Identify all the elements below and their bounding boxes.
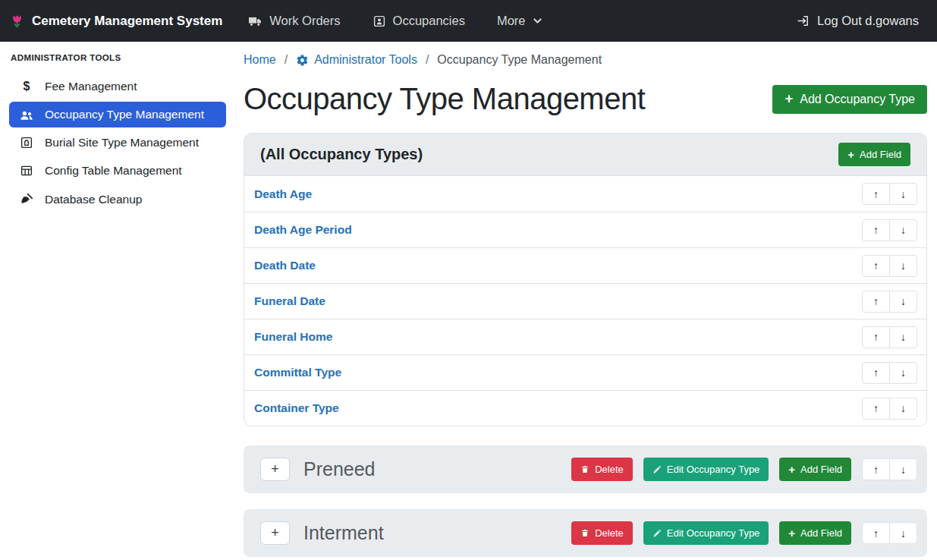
delete-label: Delete (595, 464, 624, 475)
arrow-up-icon: ↑ (873, 224, 879, 236)
move-up-button[interactable]: ↑ (862, 255, 890, 277)
breadcrumb-home-link[interactable]: Home (244, 53, 276, 67)
app-brand: Cemetery Management System (9, 12, 222, 30)
breadcrumb-separator: / (426, 53, 429, 67)
move-down-button[interactable]: ↓ (889, 362, 917, 384)
move-down-button[interactable]: ↓ (889, 326, 917, 348)
arrow-down-icon: ↓ (901, 464, 906, 476)
reorder-group: ↑ ↓ (862, 522, 917, 544)
add-field-button[interactable]: + Add Field (779, 458, 851, 481)
sidebar-item-config-table-management[interactable]: Config Table Management (9, 158, 226, 184)
delete-button[interactable]: Delete (571, 521, 633, 545)
app-title: Cemetery Management System (32, 14, 222, 29)
field-row: Death Age ↑ ↓ (244, 176, 926, 212)
sidebar-heading: Administrator Tools (11, 53, 226, 62)
sidebar-item-fee-management[interactable]: $ Fee Management (9, 74, 226, 99)
move-up-button[interactable]: ↑ (862, 326, 890, 348)
move-down-button[interactable]: ↓ (889, 183, 917, 205)
move-up-button[interactable]: ↑ (862, 458, 890, 480)
plus-icon: + (788, 464, 795, 474)
nav-item-work-orders[interactable]: Work Orders (248, 14, 340, 28)
sidebar-item-label: Fee Management (45, 80, 137, 93)
sidebar-item-burial-site-type-management[interactable]: Burial Site Type Management (9, 130, 226, 156)
dollar-icon: $ (18, 80, 35, 93)
move-down-button[interactable]: ↓ (889, 291, 917, 313)
logout-label: Log Out d.gowans (817, 14, 919, 28)
panel-title: Preneed (303, 458, 571, 480)
plus-icon: + (271, 525, 279, 541)
field-row: Committal Type ↑ ↓ (244, 354, 926, 390)
all-occupancy-types-title: (All Occupancy Types) (260, 146, 423, 163)
plus-icon: + (788, 528, 795, 538)
expand-panel-button[interactable]: + (260, 458, 290, 481)
nav-item-occupancies[interactable]: Occupancies (373, 14, 465, 28)
field-link[interactable]: Funeral Date (254, 294, 325, 308)
move-up-button[interactable]: ↑ (862, 183, 890, 205)
arrow-down-icon: ↓ (901, 527, 906, 540)
panel-title: Interment (303, 522, 571, 544)
delete-label: Delete (595, 527, 624, 539)
add-occupancy-type-button[interactable]: + Add Occupancy Type (772, 85, 927, 114)
gear-icon (296, 54, 309, 67)
edit-occupancy-type-button[interactable]: Edit Occupancy Type (643, 458, 769, 481)
move-up-button[interactable]: ↑ (862, 398, 890, 420)
field-link[interactable]: Death Age (254, 187, 312, 201)
truck-icon (248, 14, 263, 27)
delete-button[interactable]: Delete (571, 458, 633, 481)
occupancy-type-panel-interment: + Interment Delete Edit Occupancy Type (244, 509, 927, 557)
expand-panel-button[interactable]: + (260, 521, 290, 545)
main-content: Home / Administrator Tools / Occupancy T… (233, 42, 937, 560)
top-navbar: Cemetery Management System Work Orders O… (0, 0, 937, 42)
burial-site-icon (18, 136, 35, 149)
breadcrumb: Home / Administrator Tools / Occupancy T… (244, 53, 927, 67)
nav-more-label: More (497, 14, 526, 28)
edit-occupancy-type-button[interactable]: Edit Occupancy Type (643, 521, 769, 545)
move-down-button[interactable]: ↓ (889, 219, 917, 241)
logout-button[interactable]: Log Out d.gowans (796, 14, 919, 28)
field-link[interactable]: Container Type (254, 401, 339, 415)
field-link[interactable]: Funeral Home (254, 330, 332, 344)
field-link[interactable]: Committal Type (254, 366, 341, 379)
field-link[interactable]: Death Age Period (254, 223, 352, 237)
move-up-button[interactable]: ↑ (862, 219, 890, 241)
move-down-button[interactable]: ↓ (889, 522, 917, 544)
add-field-button[interactable]: + Add Field (779, 521, 851, 545)
field-row: Funeral Home ↑ ↓ (244, 319, 926, 354)
tulip-icon (9, 12, 25, 30)
move-down-button[interactable]: ↓ (889, 398, 917, 420)
move-down-button[interactable]: ↓ (889, 255, 917, 277)
sidebar: Administrator Tools $ Fee Management Occ… (0, 42, 233, 560)
arrow-down-icon: ↓ (901, 260, 906, 272)
edit-occupancy-type-label: Edit Occupancy Type (667, 464, 760, 475)
trash-icon (580, 528, 590, 538)
sidebar-item-occupancy-type-management[interactable]: Occupancy Type Management (9, 102, 226, 127)
arrow-up-icon: ↑ (873, 402, 879, 414)
move-down-button[interactable]: ↓ (889, 458, 917, 480)
arrow-down-icon: ↓ (901, 402, 906, 414)
field-link[interactable]: Death Date (254, 259, 316, 272)
trash-icon (580, 464, 590, 474)
field-row: Death Age Period ↑ ↓ (244, 212, 926, 247)
move-up-button[interactable]: ↑ (862, 522, 890, 544)
arrow-up-icon: ↑ (873, 367, 879, 379)
breadcrumb-admin-tools-link[interactable]: Administrator Tools (296, 53, 417, 67)
arrow-up-icon: ↑ (873, 464, 879, 476)
plus-icon: + (847, 149, 854, 159)
sidebar-item-label: Database Cleanup (45, 193, 142, 206)
reorder-group: ↑ ↓ (862, 255, 917, 277)
field-row: Funeral Date ↑ ↓ (244, 283, 926, 319)
breadcrumb-current: Occupancy Type Management (437, 53, 602, 67)
sidebar-item-database-cleanup[interactable]: Database Cleanup (9, 186, 226, 212)
arrow-up-icon: ↑ (873, 295, 879, 307)
move-up-button[interactable]: ↑ (862, 291, 890, 313)
reorder-group: ↑ ↓ (862, 458, 917, 480)
reorder-group: ↑ ↓ (862, 219, 917, 241)
reorder-group: ↑ ↓ (862, 291, 917, 313)
move-up-button[interactable]: ↑ (862, 362, 890, 384)
arrow-up-icon: ↑ (873, 188, 879, 200)
reorder-group: ↑ ↓ (862, 398, 917, 420)
nav-item-more[interactable]: More (497, 14, 542, 28)
add-field-button[interactable]: + Add Field (838, 143, 910, 166)
field-row: Death Date ↑ ↓ (244, 247, 926, 283)
arrow-down-icon: ↓ (901, 224, 906, 236)
